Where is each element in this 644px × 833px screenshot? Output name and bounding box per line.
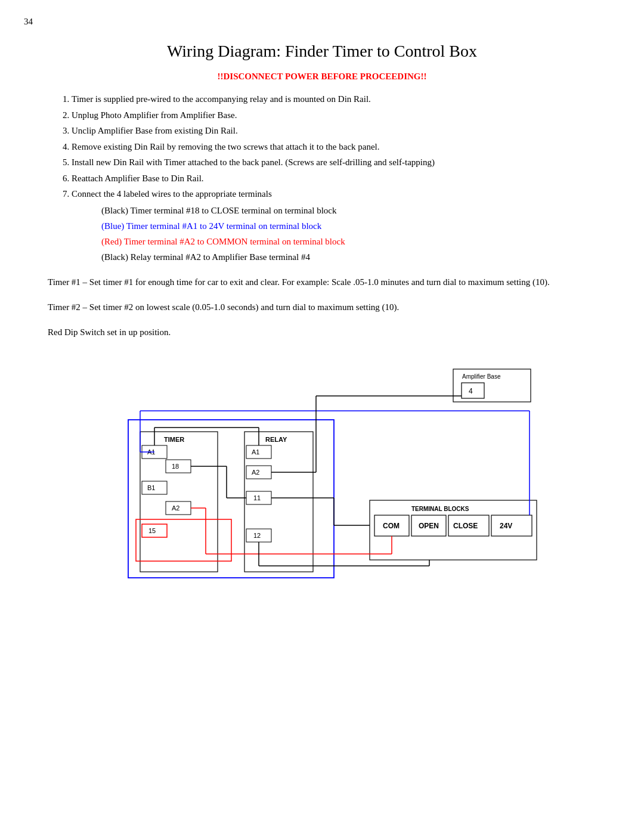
timer2-note: Timer #2 – Set timer #2 on lowest scale …	[48, 300, 596, 314]
wire-note-4: (Black) Relay terminal #A2 to Amplifier …	[101, 250, 596, 264]
terminal-com: COM	[383, 522, 400, 530]
amplifier-terminal-4: 4	[469, 387, 473, 395]
dip-note: Red Dip Switch set in up position.	[48, 325, 596, 339]
terminal-24v: 24V	[500, 522, 512, 530]
instruction-6: Reattach Amplifier Base to Din Rail.	[72, 172, 596, 185]
terminal-open: OPEN	[419, 522, 439, 530]
timer-18: 18	[172, 463, 179, 470]
instruction-1: Timer is supplied pre-wired to the accom…	[72, 92, 596, 106]
instructions-section: Timer is supplied pre-wired to the accom…	[66, 92, 596, 264]
page-number: 34	[24, 17, 33, 27]
timer-a2: A2	[172, 504, 179, 512]
instruction-4: Remove existing Din Rail by removing the…	[72, 140, 596, 154]
page-title: Wiring Diagram: Finder Timer to Control …	[48, 42, 596, 61]
timer-label: TIMER	[164, 436, 184, 443]
instruction-5: Install new Din Rail with Timer attached…	[72, 156, 596, 169]
instruction-2: Unplug Photo Amplifier from Amplifier Ba…	[72, 109, 596, 122]
amplifier-base-label: Amplifier Base	[462, 373, 501, 380]
warning-text: !!DISCONNECT POWER BEFORE PROCEEDING!!	[48, 72, 596, 82]
terminal-close: CLOSE	[453, 522, 478, 530]
timer1-note: Timer #1 – Set timer #1 for enough time …	[48, 275, 596, 289]
instructions-list: Timer is supplied pre-wired to the accom…	[72, 92, 596, 201]
timer-b1: B1	[147, 484, 155, 491]
wire-note-2: (Blue) Timer terminal #A1 to 24V termina…	[101, 219, 596, 233]
relay-a1: A1	[252, 448, 259, 456]
wire-note-1: (Black) Timer terminal #18 to CLOSE term…	[101, 203, 596, 218]
relay-11: 11	[253, 494, 261, 501]
wiring-diagram: Amplifier Base 4 TIMER A1 18 B1 A2 15 RE…	[95, 363, 549, 602]
relay-12: 12	[253, 532, 261, 539]
relay-label: RELAY	[265, 436, 287, 443]
wire-note-3: (Red) Timer terminal #A2 to COMMON termi…	[101, 234, 596, 249]
instruction-3: Unclip Amplifier Base from existing Din …	[72, 124, 596, 138]
terminal-blocks-label: TERMINAL BLOCKS	[411, 506, 469, 512]
relay-a2: A2	[252, 469, 259, 476]
timer-15: 15	[148, 527, 156, 534]
svg-rect-1	[462, 383, 484, 398]
instruction-7: Connect the 4 labeled wires to the appro…	[72, 187, 596, 201]
